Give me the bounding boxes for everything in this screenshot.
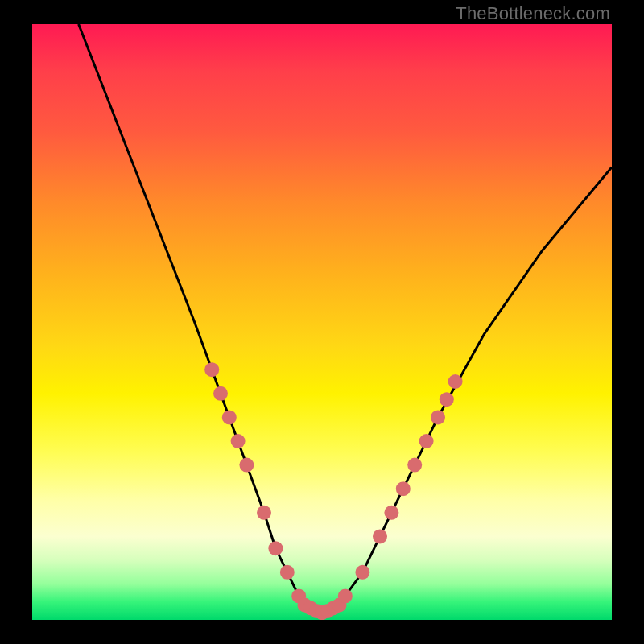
chart-canvas: TheBottleneck.com — [0, 0, 644, 644]
marker-dot — [373, 529, 387, 543]
marker-dot — [280, 565, 295, 580]
marker-dot — [231, 434, 246, 448]
marker-dot — [431, 410, 445, 424]
marker-dot — [355, 565, 369, 580]
marker-dot — [440, 392, 454, 407]
marker-dot — [396, 481, 411, 496]
marker-dot — [239, 458, 254, 473]
curve-line — [79, 24, 612, 614]
plot-area — [32, 24, 612, 620]
curve-markers — [204, 362, 462, 620]
marker-dot — [419, 434, 434, 448]
marker-dot — [213, 386, 228, 401]
marker-dot — [268, 541, 283, 555]
marker-dot — [222, 410, 237, 424]
marker-dot — [257, 506, 271, 520]
watermark-text: TheBottleneck.com — [456, 3, 610, 24]
marker-dot — [204, 362, 219, 377]
marker-dot — [338, 588, 353, 603]
marker-dot — [384, 506, 398, 520]
bottleneck-curve — [32, 24, 612, 620]
marker-dot — [407, 458, 422, 473]
marker-dot — [448, 374, 463, 389]
